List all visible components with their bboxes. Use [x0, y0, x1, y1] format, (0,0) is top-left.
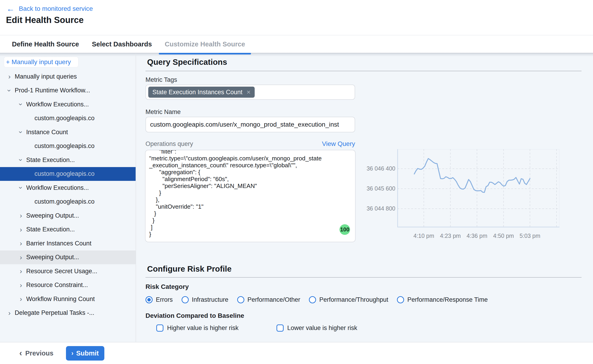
radio-icon	[182, 296, 189, 303]
wizard-tabs: Define Health SourceSelect DashboardsCus…	[0, 35, 593, 53]
tree-item-label: Instance Count	[26, 129, 68, 136]
tree-item-label: custom.googleapis.co	[34, 198, 94, 205]
risk-option-label: Infrastructure	[192, 296, 228, 303]
metric-tag-chip[interactable]: State Execution Instances Count ×	[148, 87, 255, 98]
deviation-option-higher-value-is-higher-risk[interactable]: Higher value is higher risk	[156, 325, 239, 332]
operations-query-label: Operations query	[145, 140, 193, 148]
tree-item-sweeping-output[interactable]: ›Sweeping Output...	[0, 209, 136, 223]
risk-category-label: Risk Category	[145, 283, 189, 291]
radio-icon	[397, 296, 404, 303]
deviation-option-label: Lower value is higher risk	[287, 325, 357, 332]
risk-option-label: Performance/Other	[248, 296, 300, 303]
x-axis-label: 4:10 pm	[413, 233, 434, 239]
deviation-checkbox-group: Higher value is higher riskLower value i…	[156, 325, 357, 332]
tree-item-resource-secret-usage[interactable]: ›Resource Secret Usage...	[0, 264, 136, 278]
tree-item-label: Workflow Running Count	[26, 296, 95, 303]
x-axis-label: 5:03 pm	[520, 233, 540, 239]
risk-option-infrastructure[interactable]: Infrastructure	[182, 296, 228, 303]
query-specifications-heading: Query Specifications	[147, 58, 227, 67]
tree-item-manually-input-queries[interactable]: ›Manually input queries	[0, 70, 136, 84]
tree-item-label: Workflow Executions...	[26, 101, 89, 108]
risk-option-label: Performance/Response Time	[407, 296, 488, 303]
operations-query-row: Operations query View Query	[145, 140, 355, 148]
deviation-baseline-label: Deviation Compared to Baseline	[145, 312, 244, 319]
previous-button-label: Previous	[25, 350, 53, 357]
tree-item-resource-constraint[interactable]: ›Resource Constraint...	[0, 278, 136, 292]
chevron-down-icon: ›	[18, 156, 24, 163]
tree-item-delegate-perpetual-tasks[interactable]: ›Delegate Perpetual Tasks -...	[0, 306, 136, 320]
tree-item-workflow-running-count[interactable]: ›Workflow Running Count	[0, 292, 136, 306]
operations-query-text: "filter": "metric.type=\"custom.googleap…	[145, 150, 355, 239]
tab-define-health-source[interactable]: Define Health Source	[11, 40, 80, 48]
metric-name-input[interactable]: custom.googleapis.com/user/x_mongo_prod_…	[145, 117, 355, 132]
back-to-monitored-service-link[interactable]: ← Back to monitored service	[7, 5, 93, 13]
section-divider	[145, 277, 581, 278]
tree-item-prod-1-runtime-workflow[interactable]: ›Prod-1 Runtime Workflow...	[0, 84, 136, 98]
tree-item-label: custom.googleapis.co	[34, 143, 94, 150]
metric-tags-label: Metric Tags	[145, 76, 177, 83]
chevron-down-icon: ›	[6, 87, 13, 94]
deviation-option-lower-value-is-higher-risk[interactable]: Lower value is higher risk	[276, 325, 357, 332]
add-manual-query-button[interactable]: + Manually input query	[4, 57, 78, 68]
configure-risk-profile-heading: Configure Risk Profile	[147, 264, 232, 273]
tree-item-label: Delegate Perpetual Tasks -...	[15, 309, 94, 316]
remove-tag-icon[interactable]: ×	[247, 89, 251, 96]
tree-item-instance-count[interactable]: ›Instance Count	[0, 125, 136, 139]
radio-icon	[237, 296, 244, 303]
tab-customize-health-source[interactable]: Customize Health Source	[164, 40, 246, 48]
tree-item-label: State Execution...	[26, 156, 75, 164]
view-query-link[interactable]: View Query	[322, 140, 355, 148]
page-header: ← Back to monitored service Edit Health …	[0, 0, 593, 53]
radio-icon	[309, 296, 316, 303]
tree-item-workflow-executions[interactable]: ›Workflow Executions...	[0, 181, 136, 195]
tree-item-label: custom.googleapis.co	[34, 115, 94, 122]
deviation-option-label: Higher value is higher risk	[167, 325, 239, 332]
chevron-right-icon: ›	[18, 268, 24, 275]
risk-option-errors[interactable]: Errors	[145, 296, 173, 303]
tree-item-label: Barrier Instances Count	[26, 240, 91, 247]
metric-tag-chip-label: State Execution Instances Count	[152, 89, 242, 96]
risk-option-performance-other[interactable]: Performance/Other	[237, 296, 300, 303]
tree-item-label: State Execution...	[26, 226, 75, 233]
tree-item-sweeping-output[interactable]: ›Sweeping Output...	[0, 250, 136, 265]
tree-item-state-execution[interactable]: ›State Execution...	[0, 153, 136, 167]
query-tree-sidebar: + Manually input query ›Manually input q…	[0, 53, 136, 342]
risk-option-performance-throughput[interactable]: Performance/Throughput	[309, 296, 388, 303]
checkbox-icon	[276, 325, 284, 332]
edit-health-source-page: ← Back to monitored service Edit Health …	[0, 0, 593, 364]
tree-item-label: custom.googleapis.co	[34, 170, 94, 177]
chevron-right-icon: ›	[6, 73, 13, 80]
tree-item-custom-googleapis-co[interactable]: custom.googleapis.co	[0, 167, 136, 181]
risk-option-performance-response-time[interactable]: Performance/Response Time	[397, 296, 488, 303]
checkbox-icon	[156, 325, 163, 332]
previous-button[interactable]: ‹ Previous	[19, 349, 53, 357]
submit-button-label: Submit	[76, 350, 99, 357]
risk-option-label: Performance/Throughput	[319, 296, 388, 303]
chevron-right-icon: ›	[18, 226, 24, 233]
tree-item-label: Resource Secret Usage...	[26, 268, 97, 275]
tree-item-workflow-executions[interactable]: ›Workflow Executions...	[0, 98, 136, 111]
tree-item-state-execution[interactable]: ›State Execution...	[0, 223, 136, 237]
tree-item-barrier-instances-count[interactable]: ›Barrier Instances Count	[0, 236, 136, 250]
metric-tags-input[interactable]: State Execution Instances Count ×	[145, 84, 355, 100]
submit-button[interactable]: › Submit	[66, 346, 104, 361]
tree-item-custom-googleapis-co[interactable]: custom.googleapis.co	[0, 139, 136, 153]
chevron-down-icon: ›	[18, 184, 24, 191]
tree-item-label: Resource Constraint...	[26, 281, 88, 289]
tree-item-label: Sweeping Output...	[26, 212, 79, 219]
wizard-footer: ‹ Previous › Submit	[0, 342, 593, 364]
risk-category-radio-group: ErrorsInfrastructurePerformance/OtherPer…	[145, 295, 488, 305]
chevron-down-icon: ›	[18, 101, 24, 108]
chevron-left-icon: ‹	[19, 349, 22, 357]
chevron-right-icon: ›	[18, 212, 24, 219]
add-query-label: + Manually input query	[6, 58, 71, 66]
chevron-right-icon: ›	[6, 310, 13, 316]
tree-item-label: Prod-1 Runtime Workflow...	[15, 87, 90, 94]
chevron-down-icon: ›	[18, 129, 24, 136]
tree-item-custom-googleapis-co[interactable]: custom.googleapis.co	[0, 195, 136, 209]
tree-item-custom-googleapis-co[interactable]: custom.googleapis.co	[0, 111, 136, 125]
chevron-right-icon: ›	[72, 350, 73, 356]
operations-query-textarea[interactable]: "filter": "metric.type=\"custom.googleap…	[145, 150, 356, 242]
tab-select-dashboards[interactable]: Select Dashboards	[91, 40, 153, 48]
tree-item-label: Workflow Executions...	[26, 184, 89, 191]
